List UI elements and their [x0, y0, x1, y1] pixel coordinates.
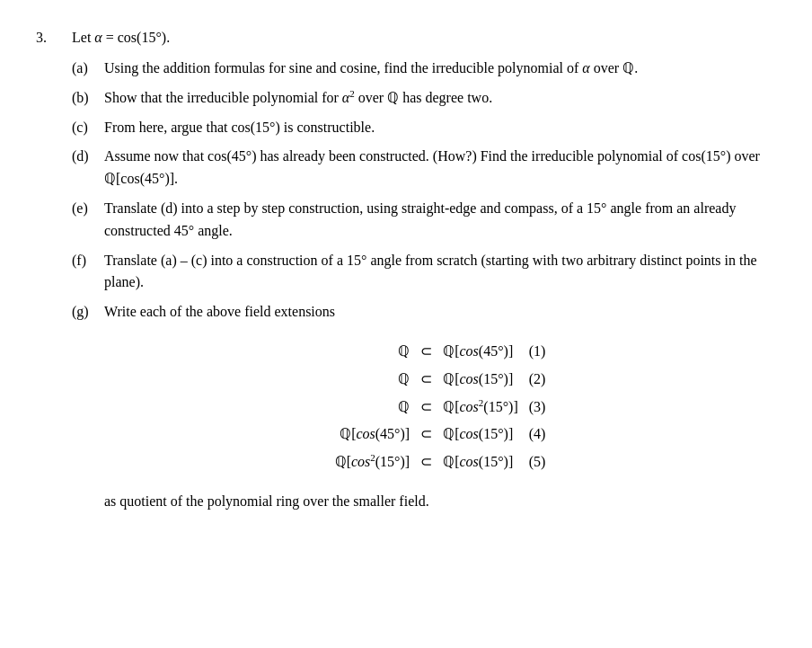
- parts-list: (a) Using the addition formulas for sine…: [72, 58, 776, 513]
- part-e: (e) Translate (d) into a step by step co…: [72, 198, 776, 243]
- field-ext-row-3: ℚ ⊂ ℚ[cos2(15°)] (3): [330, 394, 552, 422]
- part-g: (g) Write each of the above field extens…: [72, 301, 776, 513]
- part-c: (c) From here, argue that cos(15°) is co…: [72, 117, 776, 139]
- field-ext-num-5: (5): [524, 448, 552, 476]
- field-ext-row-4: ℚ[cos(45°)] ⊂ ℚ[cos(15°)] (4): [330, 421, 552, 448]
- part-g-label: (g): [72, 301, 97, 513]
- field-ext-left-5: ℚ[cos2(15°)]: [330, 448, 416, 476]
- field-ext-right-3: ℚ[cos2(15°)]: [437, 394, 524, 422]
- field-ext-num-1: (1): [524, 338, 552, 366]
- field-ext-subset-2: ⊂: [415, 366, 437, 394]
- field-ext-right-2: ℚ[cos(15°)]: [437, 366, 524, 394]
- field-ext-subset-5: ⊂: [415, 448, 437, 476]
- field-ext-subset-3: ⊂: [415, 394, 437, 422]
- problem-3: 3. Let α = cos(15°). (a) Using the addit…: [36, 27, 776, 520]
- field-ext-left-1: ℚ: [330, 338, 416, 366]
- part-d: (d) Assume now that cos(45°) has already…: [72, 146, 776, 191]
- problem-intro: Let α = cos(15°).: [72, 27, 776, 49]
- field-ext-row-5: ℚ[cos2(15°)] ⊂ ℚ[cos(15°)] (5): [330, 448, 552, 476]
- field-ext-subset-1: ⊂: [415, 338, 437, 366]
- field-ext-right-1: ℚ[cos(45°)]: [437, 338, 524, 366]
- closing-line: as quotient of the polynomial ring over …: [104, 491, 776, 513]
- field-ext-right-4: ℚ[cos(15°)]: [437, 421, 524, 448]
- field-ext-subset-4: ⊂: [415, 421, 437, 448]
- field-extensions-table: ℚ ⊂ ℚ[cos(45°)] (1) ℚ ⊂ ℚ[cos(15°)] (2): [330, 338, 552, 476]
- field-ext-row-1: ℚ ⊂ ℚ[cos(45°)] (1): [330, 338, 552, 366]
- field-ext-left-4: ℚ[cos(45°)]: [330, 421, 416, 448]
- part-e-text: Translate (d) into a step by step constr…: [104, 198, 776, 243]
- part-e-label: (e): [72, 198, 97, 243]
- part-a: (a) Using the addition formulas for sine…: [72, 58, 776, 80]
- part-b: (b) Show that the irreducible polynomial…: [72, 87, 776, 110]
- part-c-label: (c): [72, 117, 97, 139]
- problem-number: 3.: [36, 27, 61, 520]
- field-ext-left-3: ℚ: [330, 394, 416, 422]
- field-ext-num-4: (4): [524, 421, 552, 448]
- part-f-text: Translate (a) – (c) into a construction …: [104, 250, 776, 295]
- field-ext-left-2: ℚ: [330, 366, 416, 394]
- field-ext-num-2: (2): [524, 366, 552, 394]
- part-b-label: (b): [72, 87, 97, 110]
- part-f: (f) Translate (a) – (c) into a construct…: [72, 250, 776, 295]
- part-f-label: (f): [72, 250, 97, 295]
- field-ext-right-5: ℚ[cos(15°)]: [437, 448, 524, 476]
- part-a-text: Using the addition formulas for sine and…: [104, 58, 776, 80]
- part-d-text: Assume now that cos(45°) has already bee…: [104, 146, 776, 191]
- part-a-label: (a): [72, 58, 97, 80]
- field-ext-num-3: (3): [524, 394, 552, 422]
- field-ext-row-2: ℚ ⊂ ℚ[cos(15°)] (2): [330, 366, 552, 394]
- part-g-text: Write each of the above field extensions…: [104, 301, 776, 513]
- part-d-label: (d): [72, 146, 97, 191]
- part-c-text: From here, argue that cos(15°) is constr…: [104, 117, 776, 139]
- problem-content: Let α = cos(15°). (a) Using the addition…: [72, 27, 776, 520]
- part-b-text: Show that the irreducible polynomial for…: [104, 87, 776, 110]
